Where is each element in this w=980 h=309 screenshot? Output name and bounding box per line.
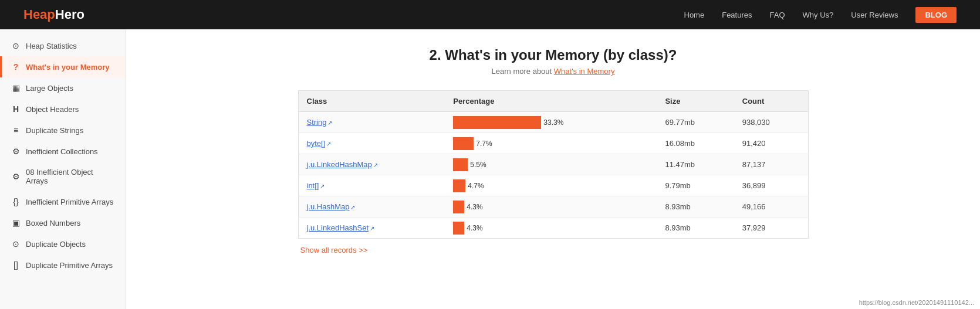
class-link[interactable]: int[] [307, 181, 319, 190]
nav-home[interactable]: Home [684, 11, 705, 19]
sidebar-item-object-headers[interactable]: H Object Headers [0, 99, 126, 120]
class-link[interactable]: j.u.LinkedHashSet [307, 223, 369, 232]
cell-percentage: 4.7% [445, 175, 657, 196]
sidebar-item-duplicate-primitive-arrays[interactable]: [] Duplicate Primitive Arrays [0, 254, 126, 276]
nav-user-reviews[interactable]: User Reviews [851, 11, 898, 19]
cell-percentage: 4.3% [445, 196, 657, 218]
sidebar-item-heap-statistics[interactable]: ⊙ Heap Statistics [0, 35, 126, 56]
cell-percentage: 7.7% [445, 133, 657, 154]
pct-bar [453, 116, 541, 129]
pct-wrapper: 4.3% [453, 201, 648, 213]
sidebar-label-duplicate-primitive-arrays: Duplicate Primitive Arrays [26, 261, 113, 270]
cell-count: 91,420 [734, 133, 808, 154]
pct-bar [453, 158, 468, 171]
duplicate-primitive-arrays-icon: [] [11, 260, 21, 270]
external-link-icon: ↗ [370, 225, 374, 232]
sidebar-label-heap-statistics: Heap Statistics [26, 42, 77, 50]
large-objects-icon: ▦ [11, 83, 21, 93]
cell-count: 36,899 [734, 175, 808, 196]
class-link[interactable]: j.u.HashMap [307, 202, 350, 211]
brand-heap: Heap [23, 7, 55, 22]
sidebar-item-inefficient-primitive-arrays[interactable]: {} Inefficient Primitive Arrays [0, 191, 126, 212]
sidebar-label-duplicate-objects: Duplicate Objects [26, 240, 86, 249]
nav-features[interactable]: Features [722, 11, 752, 19]
col-class: Class [298, 91, 445, 112]
cell-class: byte[] ↗ [298, 133, 445, 154]
external-link-icon: ↗ [373, 162, 378, 168]
cell-count: 49,166 [734, 196, 808, 218]
pct-label: 4.3% [467, 203, 482, 211]
sidebar-item-whats-in-memory[interactable]: ? What's in your Memory [0, 56, 126, 77]
external-link-icon: ↗ [326, 141, 331, 147]
page-subtitle: Learn more about What's in Memory [150, 67, 957, 76]
table-row: int[] ↗4.7%9.79mb36,899 [298, 175, 808, 196]
sidebar-item-inefficient-collections[interactable]: ⚙ Inefficient Collections [0, 141, 126, 162]
cell-class: String ↗ [298, 112, 445, 133]
external-link-icon: ↗ [320, 183, 325, 189]
boxed-numbers-icon: ▣ [11, 218, 21, 227]
inefficient-collections-icon: ⚙ [11, 147, 21, 156]
sidebar-item-duplicate-strings[interactable]: ≡ Duplicate Strings [0, 120, 126, 141]
show-all-records[interactable]: Show all records >> [298, 246, 809, 254]
nav-faq[interactable]: FAQ [770, 11, 785, 19]
cell-count: 938,030 [734, 112, 808, 133]
inefficient-object-arrays-icon: ⚙ [11, 172, 21, 181]
table-row: j.u.HashMap ↗4.3%8.93mb49,166 [298, 196, 808, 218]
footer-url: https://blog.csdn.net/20201491110142... [859, 299, 974, 306]
class-link[interactable]: String [307, 118, 327, 127]
table-row: j.u.LinkedHashMap ↗5.5%11.47mb87,137 [298, 154, 808, 175]
page-title: 2. What's in your Memory (by class)? [150, 47, 957, 63]
pct-bar [453, 179, 465, 192]
sidebar-item-inefficient-object-arrays[interactable]: ⚙ 08 Inefficient Object Arrays [0, 162, 126, 191]
cell-percentage: 4.3% [445, 218, 657, 239]
col-percentage: Percentage [445, 91, 657, 112]
pct-wrapper: 4.7% [453, 179, 648, 192]
duplicate-objects-icon: ⊙ [11, 239, 21, 249]
cell-class: j.u.LinkedHashMap ↗ [298, 154, 445, 175]
cell-class: int[] ↗ [298, 175, 445, 196]
nav-why-us[interactable]: Why Us? [803, 11, 834, 19]
pct-label: 33.3% [543, 118, 563, 127]
cell-size: 8.93mb [657, 196, 734, 218]
col-size: Size [657, 91, 734, 112]
object-headers-icon: H [11, 104, 21, 114]
pct-wrapper: 7.7% [453, 137, 648, 150]
cell-count: 87,137 [734, 154, 808, 175]
pct-label: 5.5% [470, 161, 486, 169]
cell-size: 11.47mb [657, 154, 734, 175]
brand-hero: Hero [55, 7, 85, 22]
subtitle-link[interactable]: What's in Memory [554, 67, 615, 76]
cell-count: 37,929 [734, 218, 808, 239]
cell-class: j.u.HashMap ↗ [298, 196, 445, 218]
brand-logo[interactable]: HeapHero [23, 7, 85, 22]
pct-wrapper: 33.3% [453, 116, 648, 129]
blog-button[interactable]: BLOG [915, 7, 957, 23]
cell-percentage: 5.5% [445, 154, 657, 175]
external-link-icon: ↗ [350, 204, 355, 210]
sidebar-item-large-objects[interactable]: ▦ Large Objects [0, 77, 126, 99]
pct-bar [453, 201, 464, 213]
cell-size: 8.93mb [657, 218, 734, 239]
duplicate-strings-icon: ≡ [11, 125, 21, 135]
sidebar-label-whats-in-memory: What's in your Memory [26, 63, 110, 72]
sidebar-label-inefficient-primitive-arrays: Inefficient Primitive Arrays [26, 198, 113, 206]
whats-in-memory-icon: ? [11, 62, 21, 72]
layout: ⊙ Heap Statistics ? What's in your Memor… [0, 29, 980, 309]
sidebar-item-duplicate-objects[interactable]: ⊙ Duplicate Objects [0, 233, 126, 254]
table-header-row: Class Percentage Size Count [298, 91, 808, 112]
class-link[interactable]: j.u.LinkedHashMap [307, 160, 372, 169]
heap-statistics-icon: ⊙ [11, 41, 21, 50]
cell-percentage: 33.3% [445, 112, 657, 133]
sidebar-label-object-headers: Object Headers [26, 105, 79, 114]
class-link[interactable]: byte[] [307, 139, 326, 148]
table-row: String ↗33.3%69.77mb938,030 [298, 112, 808, 133]
col-count: Count [734, 91, 808, 112]
navbar: HeapHero Home Features FAQ Why Us? User … [0, 0, 980, 29]
inefficient-primitive-arrays-icon: {} [11, 197, 21, 206]
sidebar-item-boxed-numbers[interactable]: ▣ Boxed Numbers [0, 212, 126, 233]
sidebar-label-boxed-numbers: Boxed Numbers [26, 219, 80, 227]
cell-size: 16.08mb [657, 133, 734, 154]
sidebar-label-inefficient-object-arrays: 08 Inefficient Object Arrays [26, 168, 117, 185]
cell-size: 69.77mb [657, 112, 734, 133]
sidebar-label-large-objects: Large Objects [26, 84, 73, 93]
